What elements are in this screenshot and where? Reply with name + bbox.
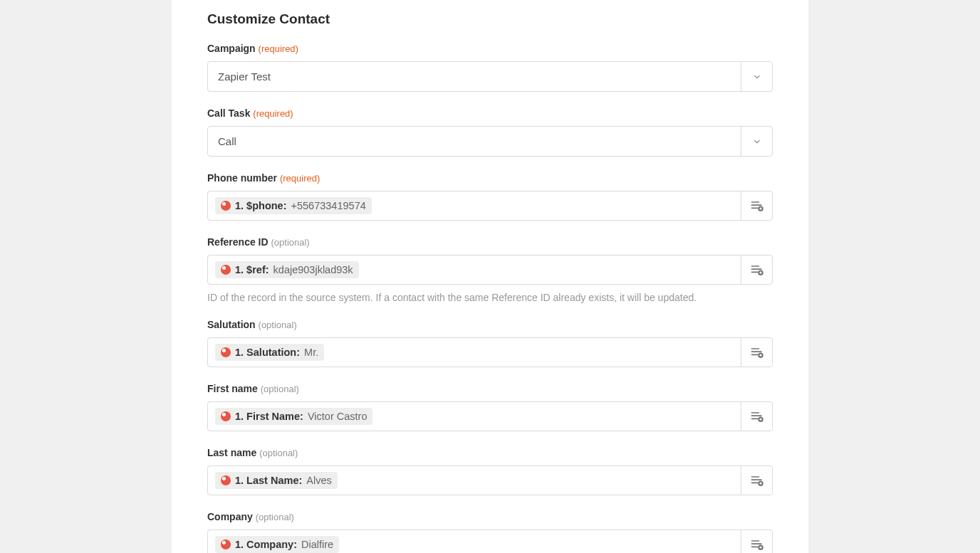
- required-hint: (required): [259, 43, 298, 54]
- field-label: Salutation (optional): [207, 319, 773, 330]
- label-text: Company: [207, 511, 253, 522]
- field-label: Last name (optional): [207, 447, 773, 458]
- pill-value: Victor Castro: [308, 411, 368, 422]
- field-label: Company (optional): [207, 511, 773, 522]
- field-label: First name (optional): [207, 383, 773, 394]
- reference-id-input[interactable]: 1. $ref: kdaje903jklad93k: [207, 255, 773, 285]
- field-company: Company (optional) 1. Company: Dialfire: [207, 511, 773, 553]
- insert-data-button[interactable]: [741, 256, 772, 284]
- optional-hint: (optional): [259, 448, 298, 458]
- insert-data-button[interactable]: [741, 466, 772, 495]
- optional-hint: (optional): [259, 320, 297, 330]
- data-pill[interactable]: 1. Company: Dialfire: [215, 536, 339, 553]
- pill-value: Alves: [306, 475, 331, 486]
- chevron-down-icon: [741, 62, 772, 91]
- salutation-input[interactable]: 1. Salutation: Mr.: [207, 337, 773, 367]
- input-value-area: 1. Last Name: Alves: [208, 466, 741, 495]
- source-app-icon: [221, 539, 231, 549]
- field-label: Campaign (required): [207, 43, 773, 54]
- field-phone: Phone number (required) 1. $phone: +5567…: [207, 172, 773, 221]
- source-app-icon: [221, 475, 231, 485]
- insert-data-button[interactable]: [741, 402, 772, 431]
- insert-data-button[interactable]: [741, 191, 772, 220]
- field-first-name: First name (optional) 1. First Name: Vic…: [207, 383, 773, 431]
- last-name-input[interactable]: 1. Last Name: Alves: [207, 465, 773, 495]
- data-pill[interactable]: 1. Last Name: Alves: [215, 472, 338, 489]
- label-text: First name: [207, 383, 258, 394]
- input-value-area: 1. Company: Dialfire: [208, 530, 741, 553]
- pill-key: 1. Last Name:: [235, 475, 302, 486]
- field-call-task: Call Task (required) Call: [207, 107, 773, 157]
- select-value: Zapier Test: [208, 62, 741, 91]
- pill-key: 1. First Name:: [235, 411, 303, 422]
- pill-key: 1. Company:: [235, 539, 297, 550]
- field-label: Reference ID (optional): [207, 236, 773, 248]
- optional-hint: (optional): [271, 237, 309, 248]
- label-text: Salutation: [207, 319, 256, 330]
- data-pill[interactable]: 1. First Name: Victor Castro: [215, 408, 372, 425]
- field-label: Call Task (required): [207, 107, 773, 119]
- optional-hint: (optional): [261, 384, 299, 394]
- company-input[interactable]: 1. Company: Dialfire: [207, 530, 773, 553]
- data-pill[interactable]: 1. $ref: kdaje903jklad93k: [215, 261, 359, 278]
- input-value-area: 1. Salutation: Mr.: [208, 338, 741, 367]
- data-pill[interactable]: 1. $phone: +556733419574: [215, 197, 372, 214]
- label-text: Call Task: [207, 107, 250, 119]
- help-text: ID of the record in the source system. I…: [207, 292, 773, 303]
- pill-value: kdaje903jklad93k: [273, 264, 353, 275]
- form-panel: Customize Contact Campaign (required) Za…: [172, 0, 808, 553]
- first-name-input[interactable]: 1. First Name: Victor Castro: [207, 401, 773, 431]
- required-hint: (required): [280, 173, 320, 184]
- source-app-icon: [221, 265, 231, 275]
- pill-value: Dialfire: [301, 539, 333, 550]
- required-hint: (required): [253, 108, 293, 119]
- input-value-area: 1. $ref: kdaje903jklad93k: [208, 256, 741, 284]
- pill-value: Mr.: [304, 347, 318, 358]
- field-label: Phone number (required): [207, 172, 773, 184]
- source-app-icon: [221, 201, 231, 211]
- campaign-select[interactable]: Zapier Test: [207, 61, 773, 92]
- field-last-name: Last name (optional) 1. Last Name: Alves: [207, 447, 773, 495]
- input-value-area: 1. First Name: Victor Castro: [208, 402, 741, 431]
- label-text: Campaign: [207, 43, 256, 54]
- label-text: Phone number: [207, 172, 277, 184]
- field-reference-id: Reference ID (optional) 1. $ref: kdaje90…: [207, 236, 773, 303]
- call-task-select[interactable]: Call: [207, 126, 773, 157]
- source-app-icon: [221, 347, 231, 357]
- field-campaign: Campaign (required) Zapier Test: [207, 43, 773, 92]
- chevron-down-icon: [741, 127, 772, 156]
- pill-key: 1. Salutation:: [235, 347, 300, 358]
- pill-key: 1. $ref:: [235, 264, 269, 275]
- pill-key: 1. $phone:: [235, 200, 287, 211]
- label-text: Reference ID: [207, 236, 269, 248]
- section-title: Customize Contact: [207, 11, 773, 27]
- optional-hint: (optional): [256, 512, 294, 522]
- pill-value: +556733419574: [291, 200, 366, 211]
- input-value-area: 1. $phone: +556733419574: [208, 191, 741, 220]
- phone-input[interactable]: 1. $phone: +556733419574: [207, 191, 773, 221]
- insert-data-button[interactable]: [741, 530, 772, 553]
- data-pill[interactable]: 1. Salutation: Mr.: [215, 344, 324, 361]
- field-salutation: Salutation (optional) 1. Salutation: Mr.: [207, 319, 773, 367]
- insert-data-button[interactable]: [741, 338, 772, 367]
- label-text: Last name: [207, 447, 256, 458]
- source-app-icon: [221, 411, 231, 421]
- select-value: Call: [208, 127, 741, 156]
